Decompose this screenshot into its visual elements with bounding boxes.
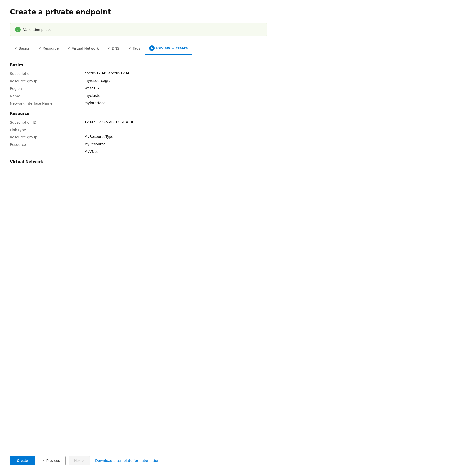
virtual-network-section-title: Virtual Network bbox=[10, 160, 267, 164]
field-vnet-value: MyVNet bbox=[84, 150, 98, 154]
tab-tags[interactable]: ✓ Tags bbox=[124, 44, 145, 54]
tab-virtual-network[interactable]: ✓ Virtual Network bbox=[63, 44, 103, 54]
tab-tags-check: ✓ bbox=[128, 46, 131, 50]
field-subscription-id-label: Subscription ID bbox=[10, 120, 84, 124]
field-resource-group-label: Resource group bbox=[10, 79, 84, 83]
tab-tags-label: Tags bbox=[133, 46, 140, 50]
field-resource: Resource MyResource bbox=[10, 142, 267, 147]
tab-review-create-label: Review + create bbox=[156, 46, 188, 50]
content-area: Basics Subscription abcde-12345-abcde-12… bbox=[10, 63, 267, 164]
field-name-value: mycluster bbox=[84, 94, 102, 98]
tab-virtual-network-check: ✓ bbox=[68, 46, 70, 50]
field-resource-resource-group-label: Resource group bbox=[10, 135, 84, 139]
field-resource-group-value: myresourcegrp bbox=[84, 79, 111, 83]
tab-basics-check: ✓ bbox=[14, 46, 17, 50]
field-resource-resource-group-value: MyResourceType bbox=[84, 135, 113, 139]
basics-section-title: Basics bbox=[10, 63, 267, 67]
field-name-label: Name bbox=[10, 94, 84, 98]
tab-dns-check: ✓ bbox=[108, 46, 110, 50]
tabs-nav: ✓ Basics ✓ Resource ✓ Virtual Network ✓ … bbox=[10, 43, 267, 55]
tab-dns-label: DNS bbox=[112, 46, 119, 50]
field-subscription-label: Subscription bbox=[10, 71, 84, 76]
field-network-interface-name: Network Interface Name myinterface bbox=[10, 101, 267, 105]
field-vnet-label bbox=[10, 150, 84, 150]
ellipsis-menu[interactable]: ··· bbox=[114, 9, 120, 15]
field-link-type-label: Link type bbox=[10, 127, 84, 132]
tab-resource-check: ✓ bbox=[38, 46, 41, 50]
field-resource-group: Resource group myresourcegrp bbox=[10, 79, 267, 83]
validation-check-icon bbox=[15, 27, 21, 32]
tab-resource[interactable]: ✓ Resource bbox=[34, 44, 63, 54]
field-subscription-id: Subscription ID 12345-12345-ABCDE-ABCDE bbox=[10, 120, 267, 124]
validation-banner: Validation passed bbox=[10, 23, 267, 36]
tab-resource-label: Resource bbox=[43, 46, 59, 50]
field-resource-value: MyResource bbox=[84, 142, 106, 146]
field-link-type: Link type bbox=[10, 127, 267, 132]
field-resource-resource-group: Resource group MyResourceType bbox=[10, 135, 267, 139]
field-subscription-value: abcde-12345-abcde-12345 bbox=[84, 71, 132, 75]
field-subscription-id-value: 12345-12345-ABCDE-ABCDE bbox=[84, 120, 134, 124]
field-subscription: Subscription abcde-12345-abcde-12345 bbox=[10, 71, 267, 76]
field-region-label: Region bbox=[10, 86, 84, 91]
field-region-value: West US bbox=[84, 86, 99, 90]
field-name: Name mycluster bbox=[10, 94, 267, 98]
validation-text: Validation passed bbox=[23, 28, 54, 32]
field-resource-label: Resource bbox=[10, 142, 84, 147]
tab-review-create-badge: 6 bbox=[149, 45, 155, 51]
field-network-interface-name-value: myinterface bbox=[84, 101, 105, 105]
tab-basics[interactable]: ✓ Basics bbox=[10, 44, 34, 54]
tab-basics-label: Basics bbox=[19, 46, 30, 50]
tab-review-create[interactable]: 6 Review + create bbox=[145, 43, 192, 55]
resource-section-title: Resource bbox=[10, 111, 267, 116]
page-title: Create a private endpoint bbox=[10, 8, 111, 16]
field-region: Region West US bbox=[10, 86, 267, 91]
tab-virtual-network-label: Virtual Network bbox=[72, 46, 99, 50]
field-network-interface-name-label: Network Interface Name bbox=[10, 101, 84, 105]
tab-dns[interactable]: ✓ DNS bbox=[103, 44, 124, 54]
field-vnet: MyVNet bbox=[10, 150, 267, 154]
